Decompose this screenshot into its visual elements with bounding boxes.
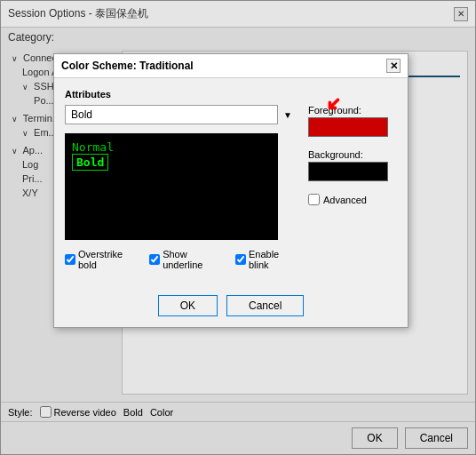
attributes-section-title: Attributes [65,89,397,100]
modal-close-button[interactable]: ✕ [386,59,401,73]
chevron-down-icon: ▼ [283,110,292,120]
attributes-dropdown[interactable]: Bold Normal Italic [65,105,278,124]
enable-blink-option: Enable blink [235,249,298,270]
advanced-label: Advanced [323,195,367,205]
show-underline-label: Show underline [163,249,225,270]
modal-cancel-button[interactable]: Cancel [226,295,304,316]
background-color-swatch[interactable] [308,162,388,181]
modal-left-panel: Bold Normal Italic ▼ Normal Bold Overstr… [65,105,298,277]
color-scheme-dialog: Color Scheme: Traditional ✕ Attributes B… [53,53,409,328]
checkboxes-row: Overstrike bold Show underline Enable bl… [65,249,298,270]
overstrike-bold-checkbox[interactable] [65,254,75,265]
enable-blink-checkbox[interactable] [235,254,246,265]
overstrike-bold-option: Overstrike bold [65,249,139,270]
modal-titlebar: Color Scheme: Traditional ✕ [54,54,408,78]
advanced-checkbox[interactable] [308,194,320,205]
enable-blink-label: Enable blink [249,249,298,270]
modal-title: Color Scheme: Traditional [61,60,194,72]
overstrike-bold-label: Overstrike bold [78,249,139,270]
modal-content-row: Bold Normal Italic ▼ Normal Bold Overstr… [65,105,397,277]
preview-area: Normal Bold [65,133,278,240]
show-underline-option: Show underline [149,249,225,270]
attributes-dropdown-wrapper: Bold Normal Italic ▼ [65,105,298,124]
modal-ok-button[interactable]: OK [158,295,218,316]
foreground-label: Foreground: [308,105,397,116]
preview-normal-text: Normal [72,140,271,154]
background-label: Background: [308,149,397,160]
advanced-option: Advanced [308,194,397,205]
modal-right-panel: Foreground: ➜ Background: Advanced [308,105,397,277]
preview-bold-text: Bold [72,154,108,171]
modal-body: Attributes Bold Normal Italic ▼ Normal B… [54,78,408,288]
show-underline-checkbox[interactable] [149,254,160,265]
foreground-color-swatch[interactable] [308,117,388,137]
modal-footer: OK Cancel [54,288,408,327]
